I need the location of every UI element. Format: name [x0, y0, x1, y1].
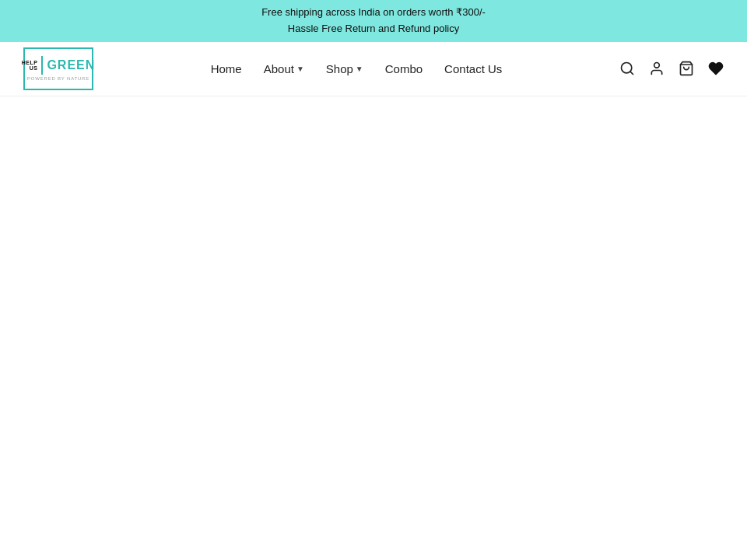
nav-item-about[interactable]: About ▼: [264, 62, 304, 75]
nav-link-shop[interactable]: Shop ▼: [326, 62, 363, 75]
about-chevron-icon: ▼: [296, 65, 304, 73]
logo-box: HELP US GREEN POWERED BY NATURE: [23, 47, 93, 90]
announcement-line-2: Hassle Free Return and Refund policy: [0, 21, 747, 37]
account-button[interactable]: [649, 61, 665, 76]
nav-link-contact[interactable]: Contact Us: [444, 62, 502, 75]
main-nav: Home About ▼ Shop ▼ Combo: [211, 62, 503, 75]
cart-button[interactable]: [679, 61, 694, 76]
logo-help-text: HELP: [22, 60, 38, 65]
announcement-line-1: Free shipping across India on orders wor…: [0, 5, 747, 21]
nav-link-home[interactable]: Home: [211, 62, 242, 75]
logo-tagline: POWERED BY NATURE: [27, 76, 89, 81]
account-icon: [649, 61, 665, 76]
logo[interactable]: HELP US GREEN POWERED BY NATURE: [23, 47, 93, 90]
search-icon: [619, 61, 635, 76]
main-content: [0, 96, 747, 560]
cart-icon: [679, 61, 694, 76]
nav-item-contact[interactable]: Contact Us: [444, 62, 502, 75]
header: HELP US GREEN POWERED BY NATURE Home: [0, 42, 747, 96]
nav-link-about[interactable]: About ▼: [264, 62, 304, 75]
nav-item-home[interactable]: Home: [211, 62, 242, 75]
shop-chevron-icon: ▼: [356, 65, 363, 73]
search-button[interactable]: [619, 61, 635, 76]
nav-list: Home About ▼ Shop ▼ Combo: [211, 62, 503, 75]
announcement-bar: Free shipping across India on orders wor…: [0, 0, 747, 42]
svg-line-1: [630, 72, 633, 75]
wishlist-button[interactable]: [708, 61, 724, 76]
heart-icon: [708, 61, 724, 76]
nav-link-combo[interactable]: Combo: [385, 62, 423, 75]
logo-us-text: US: [30, 65, 38, 71]
svg-point-2: [654, 63, 660, 68]
nav-item-combo[interactable]: Combo: [385, 62, 423, 75]
logo-green-text: GREEN: [47, 58, 95, 72]
nav-item-shop[interactable]: Shop ▼: [326, 62, 363, 75]
header-actions: [619, 61, 724, 76]
